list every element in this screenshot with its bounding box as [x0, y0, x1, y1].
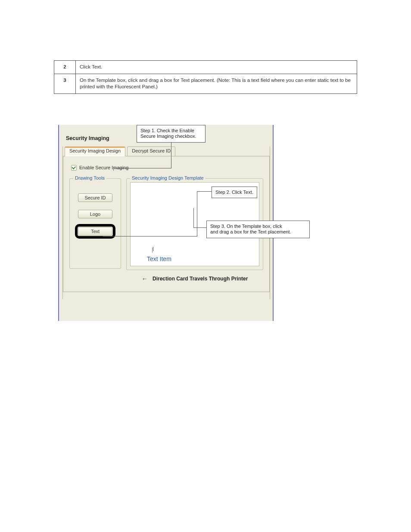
- step-number: 2: [54, 61, 76, 74]
- callout-leader: [197, 191, 197, 236]
- cursor-marker: [152, 248, 153, 253]
- callout-leader: [193, 208, 194, 228]
- direction-label: Direction Card Travels Through Printer: [153, 276, 248, 282]
- callout-leader: [197, 191, 212, 192]
- check-icon: [72, 165, 76, 169]
- callout-leader: [113, 168, 171, 168]
- callout-step3: Step 3. On the Template box, click and d…: [206, 221, 310, 239]
- step-text: On the Template box, click and drag a bo…: [76, 74, 357, 93]
- instruction-table: 2 Click Text. 3 On the Template box, cli…: [54, 60, 357, 94]
- enable-secure-imaging-checkbox[interactable]: [71, 165, 77, 171]
- callout-leader: [153, 247, 153, 251]
- group-legend: Drawing Tools: [73, 175, 106, 180]
- drawing-tools-column: Drawing Tools Secure ID Logo Text: [69, 178, 121, 282]
- document-body: 2 Click Text. 3 On the Template box, cli…: [0, 0, 411, 321]
- callout-leader: [113, 168, 114, 171]
- direction-row: ← Direction Card Travels Through Printer: [126, 275, 263, 282]
- logo-button[interactable]: Logo: [78, 210, 112, 218]
- callout-step1: Step 1. Check the Enable Secure Imaging …: [137, 125, 206, 143]
- step-number: 3: [54, 74, 76, 93]
- tab-design[interactable]: Security Imaging Design: [65, 146, 125, 156]
- group-legend: Security Imaging Design Template: [130, 175, 206, 180]
- secure-id-button[interactable]: Secure ID: [78, 193, 112, 202]
- text-button[interactable]: Text: [78, 227, 112, 236]
- callout-leader: [103, 236, 197, 236]
- security-imaging-dialog: Step 1. Check the Enable Secure Imaging …: [58, 125, 274, 321]
- screenshot-wrapper: Step 1. Check the Enable Secure Imaging …: [58, 125, 357, 321]
- text-item-sample: Text Item: [147, 255, 171, 262]
- step-text: Click Text.: [76, 61, 357, 74]
- tabstrip: Security Imaging Design Decrypt Secure I…: [63, 146, 270, 156]
- callout-leader: [193, 227, 206, 228]
- callout-leader: [171, 140, 171, 168]
- drawing-tools-group: Drawing Tools Secure ID Logo Text: [69, 178, 121, 269]
- callout-step2: Step 2. Click Text.: [212, 187, 257, 199]
- tab-decrypt[interactable]: Decrypt Secure ID: [127, 146, 175, 156]
- arrow-left-icon: ←: [142, 275, 148, 282]
